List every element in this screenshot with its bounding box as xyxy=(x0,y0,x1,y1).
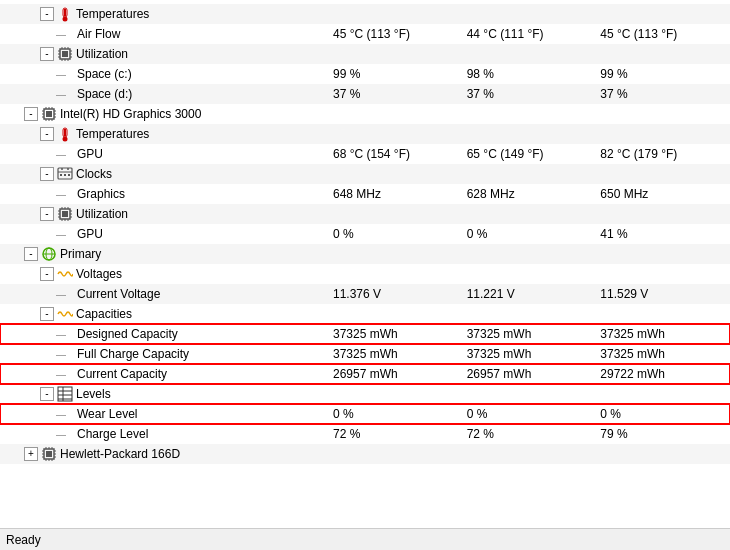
label-primary-node: Primary xyxy=(60,247,101,261)
status-bar: Ready xyxy=(0,528,730,550)
val1-current-voltage-row: 11.376 V xyxy=(329,284,463,304)
label-capacities-node: Capacities xyxy=(76,307,132,321)
val3-airflow-row: 45 °C (113 °F) xyxy=(596,24,730,44)
val1-intel-temps-node xyxy=(329,124,463,144)
expand-utilization-node[interactable]: - xyxy=(40,47,54,61)
val1-temperatures-node xyxy=(329,4,463,24)
val1-designed-cap-row: 37325 mWh xyxy=(329,324,463,344)
expand-capacities-node[interactable]: - xyxy=(40,307,54,321)
expand-intel-hd-node[interactable]: - xyxy=(24,107,38,121)
val2-designed-cap-row: 37325 mWh xyxy=(463,324,597,344)
val1-space-c-row: 99 % xyxy=(329,64,463,84)
temperatures-node[interactable]: - Temperatures xyxy=(0,4,730,24)
val2-voltages-node xyxy=(463,264,597,284)
chip-icon xyxy=(57,206,73,222)
gpu-temp-row: — GPU68 °C (154 °F)65 °C (149 °F)82 °C (… xyxy=(0,144,730,164)
svg-rect-18 xyxy=(46,111,52,117)
val2-intel-temps-node xyxy=(463,124,597,144)
svg-rect-32 xyxy=(64,129,66,136)
val2-graphics-row: 628 MHz xyxy=(463,184,597,204)
gpu-util-row: — GPU0 %0 %41 % xyxy=(0,224,730,244)
label-temperatures-node: Temperatures xyxy=(76,7,149,21)
intel-temps-node[interactable]: - Temperatures xyxy=(0,124,730,144)
val2-clocks-node xyxy=(463,164,597,184)
val2-hp-node xyxy=(463,444,597,464)
label-charge-level-row: Charge Level xyxy=(77,427,148,441)
val2-primary-node xyxy=(463,244,597,264)
val3-temperatures-node xyxy=(596,4,730,24)
label-utilization-node: Utilization xyxy=(76,47,128,61)
svg-rect-34 xyxy=(58,168,72,179)
label-current-cap-row: Current Capacity xyxy=(77,367,167,381)
expand-clocks-node[interactable]: - xyxy=(40,167,54,181)
main-content[interactable]: - Temperatures— Air Flow45 °C (113 °F)44… xyxy=(0,0,730,528)
space-d-row: — Space (d:)37 %37 %37 % xyxy=(0,84,730,104)
voltages-node[interactable]: - Voltages xyxy=(0,264,730,284)
val1-primary-node xyxy=(329,244,463,264)
val3-gpu-util-row: 41 % xyxy=(596,224,730,244)
clocks-node[interactable]: - Clocks xyxy=(0,164,730,184)
val3-utilization-node xyxy=(596,44,730,64)
val2-current-cap-row: 26957 mWh xyxy=(463,364,597,384)
val2-airflow-row: 44 °C (111 °F) xyxy=(463,24,597,44)
expand-primary-node[interactable]: - xyxy=(24,247,38,261)
expand-temperatures-node[interactable]: - xyxy=(40,7,54,21)
capacities-node[interactable]: - Capacities xyxy=(0,304,730,324)
primary-icon xyxy=(41,246,57,262)
levels-icon xyxy=(57,386,73,402)
expand-util2-node[interactable]: - xyxy=(40,207,54,221)
svg-point-33 xyxy=(63,137,68,142)
tree-table: - Temperatures— Air Flow45 °C (113 °F)44… xyxy=(0,4,730,464)
label-intel-temps-node: Temperatures xyxy=(76,127,149,141)
label-util2-node: Utilization xyxy=(76,207,128,221)
val1-clocks-node xyxy=(329,164,463,184)
val2-space-c-row: 98 % xyxy=(463,64,597,84)
val2-utilization-node xyxy=(463,44,597,64)
val2-wear-level-row: 0 % xyxy=(463,404,597,424)
val2-temperatures-node xyxy=(463,4,597,24)
val2-intel-hd-node xyxy=(463,104,597,124)
current-voltage-row: — Current Voltage11.376 V11.221 V11.529 … xyxy=(0,284,730,304)
label-airflow-row: Air Flow xyxy=(77,27,120,41)
cap-icon xyxy=(57,306,73,322)
chip-icon xyxy=(41,446,57,462)
primary-node[interactable]: - Primary xyxy=(0,244,730,264)
val1-capacities-node xyxy=(329,304,463,324)
svg-rect-1 xyxy=(64,9,66,16)
label-graphics-row: Graphics xyxy=(77,187,125,201)
hp-node[interactable]: + Hewlett-Packard 166D xyxy=(0,444,730,464)
val2-capacities-node xyxy=(463,304,597,324)
val3-hp-node xyxy=(596,444,730,464)
util2-node[interactable]: - Utilization xyxy=(0,204,730,224)
expand-levels-node[interactable]: - xyxy=(40,387,54,401)
val1-graphics-row: 648 MHz xyxy=(329,184,463,204)
expand-voltages-node[interactable]: - xyxy=(40,267,54,281)
val3-intel-hd-node xyxy=(596,104,730,124)
val3-wear-level-row: 0 % xyxy=(596,404,730,424)
wear-level-row: — Wear Level0 %0 %0 % xyxy=(0,404,730,424)
utilization-node[interactable]: - Utilization xyxy=(0,44,730,64)
airflow-row: — Air Flow45 °C (113 °F)44 °C (111 °F)45… xyxy=(0,24,730,44)
designed-cap-row: — Designed Capacity37325 mWh37325 mWh373… xyxy=(0,324,730,344)
val3-voltages-node xyxy=(596,264,730,284)
val3-graphics-row: 650 MHz xyxy=(596,184,730,204)
label-levels-node: Levels xyxy=(76,387,111,401)
val3-primary-node xyxy=(596,244,730,264)
label-clocks-node: Clocks xyxy=(76,167,112,181)
label-full-charge-row: Full Charge Capacity xyxy=(77,347,189,361)
label-gpu-temp-row: GPU xyxy=(77,147,103,161)
levels-node[interactable]: - Levels xyxy=(0,384,730,404)
svg-rect-39 xyxy=(64,174,66,176)
val1-full-charge-row: 37325 mWh xyxy=(329,344,463,364)
intel-hd-node[interactable]: - Intel(R) HD Graphics 3000 xyxy=(0,104,730,124)
val3-current-voltage-row: 11.529 V xyxy=(596,284,730,304)
val1-gpu-temp-row: 68 °C (154 °F) xyxy=(329,144,463,164)
chip-icon xyxy=(41,106,57,122)
svg-point-2 xyxy=(63,17,68,22)
label-current-voltage-row: Current Voltage xyxy=(77,287,160,301)
clock-icon xyxy=(57,166,73,182)
expand-hp-node[interactable]: + xyxy=(24,447,38,461)
val2-util2-node xyxy=(463,204,597,224)
expand-intel-temps-node[interactable]: - xyxy=(40,127,54,141)
label-intel-hd-node: Intel(R) HD Graphics 3000 xyxy=(60,107,201,121)
